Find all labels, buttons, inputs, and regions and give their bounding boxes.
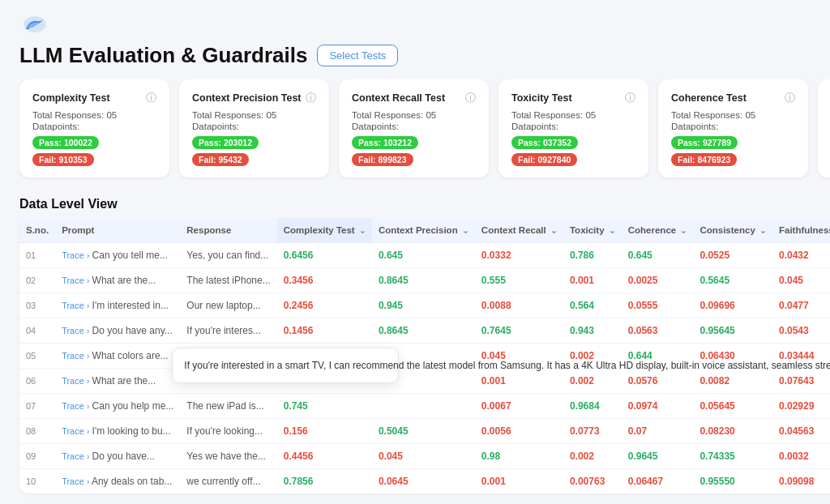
response-cell: we currently off...: [180, 469, 276, 494]
trace-link[interactable]: Trace ›: [62, 250, 89, 260]
cell-complexity: 0.2456: [277, 293, 372, 318]
prompt-text: I'm interested in...: [92, 300, 169, 311]
prompt-text: Do you have any...: [92, 325, 173, 336]
response-cell: Our new laptop...: [180, 293, 276, 318]
cell-complexity: 0.6456: [277, 243, 372, 268]
col-header-context-precision[interactable]: Context Precision ⌄: [372, 218, 475, 243]
card-title: Toxicity Test: [511, 92, 572, 104]
trace-link[interactable]: Trace ›: [62, 476, 89, 486]
card-fail-badge: Fail: 910353: [32, 153, 94, 166]
cell-consistency: 0.74335: [693, 444, 772, 469]
col-header-complexity-test[interactable]: Complexity Test ⌄: [277, 218, 372, 243]
cell-consistency: 0.95550: [693, 469, 772, 494]
trace-link[interactable]: Trace ›: [62, 401, 89, 411]
table-row: 01 Trace › Can you tell me... Yes, you c…: [19, 243, 830, 268]
card-fail-badge: Fail: 8476923: [671, 153, 737, 166]
cell-consistency: 0.0082: [693, 369, 772, 394]
cell-complexity: 0.745: [277, 394, 372, 419]
cell-coherence: 0.0025: [622, 268, 694, 293]
trace-prompt[interactable]: Trace › Do you have any...: [55, 318, 180, 344]
table-row: 02 Trace › What are the... The latest iP…: [19, 268, 830, 293]
row-number: 02: [19, 268, 55, 293]
response-text: Yes we have the...: [186, 451, 266, 462]
card-pass-badge: Pass: 037352: [511, 136, 578, 149]
info-icon[interactable]: ⓘ: [625, 91, 635, 105]
col-header-faithfulness[interactable]: Faithfulness ⌄: [772, 218, 830, 243]
response-cell: Yes we have the...: [180, 444, 276, 469]
cell-faithfulness: 0.0032: [772, 444, 830, 469]
trace-link[interactable]: Trace ›: [62, 451, 89, 461]
trace-prompt[interactable]: Trace › I'm interested in...: [55, 293, 180, 318]
response-cell: The latest iPhone...: [180, 268, 276, 293]
card-pass-badge: Pass: 203012: [192, 136, 259, 149]
info-icon[interactable]: ⓘ: [785, 91, 795, 105]
trace-prompt[interactable]: Trace › Any deals on tab...: [55, 469, 180, 494]
cell-coherence: 0.0555: [622, 293, 694, 318]
response-cell: Yes, you can find...: [180, 243, 276, 268]
test-card: Context Precision Test ⓘ Total Responses…: [179, 79, 329, 177]
tooltip-box: If you're interested in a smart TV, I ca…: [172, 348, 399, 383]
col-header-prompt[interactable]: Prompt: [55, 218, 180, 243]
row-number: 03: [19, 293, 55, 318]
info-icon[interactable]: ⓘ: [306, 91, 316, 105]
cell-faithfulness: 0.04563: [772, 419, 830, 444]
prompt-text: Can you tell me...: [92, 250, 168, 261]
trace-link[interactable]: Trace ›: [62, 351, 89, 361]
card-title: Context Recall Test: [352, 92, 445, 104]
trace-prompt[interactable]: Trace › I'm looking to bu...: [55, 419, 180, 444]
card-total-responses: Total Responses: 05: [511, 110, 635, 120]
col-header-coherence[interactable]: Coherence ⌄: [622, 218, 694, 243]
trace-link[interactable]: Trace ›: [62, 301, 89, 310]
cell-coherence: 0.0563: [622, 318, 694, 344]
info-icon[interactable]: ⓘ: [465, 91, 476, 105]
card-fail-badge: Fail: 0927840: [511, 153, 577, 166]
sort-icon: ⌄: [759, 226, 766, 235]
select-tests-button[interactable]: Select Tests: [317, 45, 398, 66]
prompt-text: What colors are...: [92, 350, 169, 361]
cell-faithfulness: 0.02929: [772, 394, 830, 419]
info-icon[interactable]: ⓘ: [146, 91, 156, 105]
card-title: Complexity Test: [32, 92, 110, 104]
col-header-response[interactable]: Response: [180, 218, 276, 243]
cell-context_precision: 0.5045: [372, 419, 475, 444]
response-text: If you're interes...: [186, 325, 261, 336]
trace-prompt[interactable]: Trace › What are the...: [55, 268, 180, 293]
cell-context_recall: 0.0067: [475, 394, 563, 419]
trace-link[interactable]: Trace ›: [62, 326, 89, 335]
cell-toxicity: 0.9684: [563, 394, 622, 419]
cell-context_recall: 0.555: [475, 268, 563, 293]
col-header-context-recall[interactable]: Context Recall ⌄: [475, 218, 563, 243]
response-cell: If you're looking...: [180, 419, 276, 444]
trace-prompt[interactable]: Trace › Do you have...: [55, 444, 180, 469]
row-number: 01: [19, 243, 55, 268]
cell-context_precision: 0.0645: [372, 469, 475, 494]
table-row: 06 Trace › What are the... 0.0010.0020.0…: [19, 369, 830, 394]
response-text: we currently off...: [186, 476, 260, 487]
trace-prompt[interactable]: Trace › Can you help me...: [55, 394, 180, 419]
sort-icon: ⌄: [609, 226, 615, 235]
response-text: The new iPad is...: [186, 400, 263, 412]
sort-icon: ⌄: [550, 226, 557, 235]
col-header-toxicity[interactable]: Toxicity ⌄: [563, 218, 622, 243]
card-pass-badge: Pass: 103212: [352, 136, 418, 149]
cell-context_recall: 0.001: [475, 369, 563, 394]
trace-prompt[interactable]: Trace › What are the...: [55, 369, 180, 394]
trace-link[interactable]: Trace ›: [62, 376, 89, 386]
trace-prompt[interactable]: Trace › Can you tell me...: [55, 243, 180, 268]
cell-toxicity: 0.00763: [563, 469, 622, 494]
trace-link[interactable]: Trace ›: [62, 275, 89, 285]
row-number: 08: [19, 419, 55, 444]
col-header-consistency[interactable]: Consistency ⌄: [693, 218, 772, 243]
trace-prompt[interactable]: Trace › What colors are...: [55, 344, 180, 369]
cell-complexity: 0.1456: [277, 318, 372, 344]
table-row: 07 Trace › Can you help me... The new iP…: [19, 394, 830, 419]
trace-link[interactable]: Trace ›: [62, 426, 89, 436]
table-row: 10 Trace › Any deals on tab... we curren…: [19, 469, 830, 494]
test-cards-row: Complexity Test ⓘ Total Responses: 05 Da…: [0, 79, 830, 187]
row-number: 06: [19, 369, 55, 394]
cell-faithfulness: 0.0477: [772, 293, 830, 318]
col-header-s.no.[interactable]: S.no.: [19, 218, 55, 243]
prompt-text: Any deals on tab...: [92, 476, 172, 487]
card-fail-badge: Fail: 899823: [352, 153, 413, 166]
cell-consistency: 0.05645: [693, 394, 772, 419]
